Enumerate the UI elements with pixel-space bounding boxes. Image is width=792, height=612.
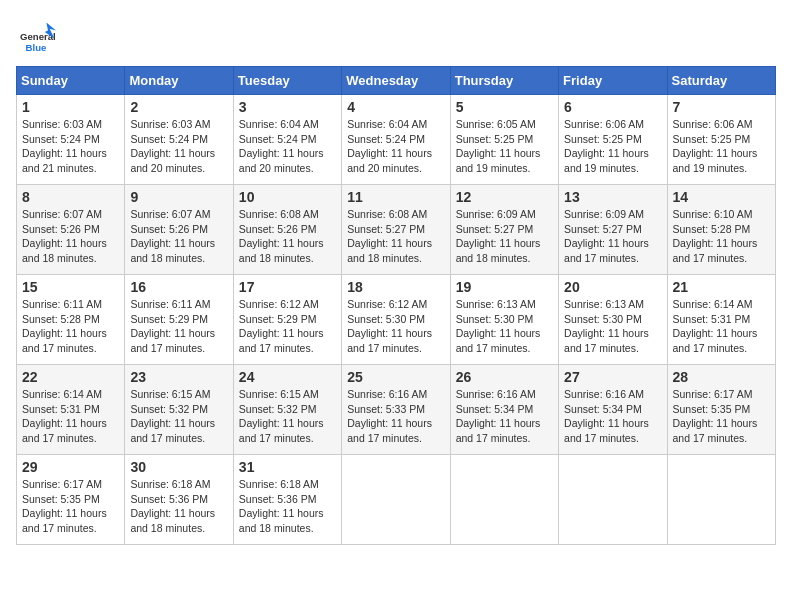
calendar-cell: 28 Sunrise: 6:17 AM Sunset: 5:35 PM Dayl… [667,365,775,455]
day-number: 14 [673,189,770,205]
calendar-cell: 24 Sunrise: 6:15 AM Sunset: 5:32 PM Dayl… [233,365,341,455]
day-number: 19 [456,279,553,295]
calendar-cell: 3 Sunrise: 6:04 AM Sunset: 5:24 PM Dayli… [233,95,341,185]
calendar-cell: 6 Sunrise: 6:06 AM Sunset: 5:25 PM Dayli… [559,95,667,185]
day-number: 15 [22,279,119,295]
day-number: 3 [239,99,336,115]
day-number: 6 [564,99,661,115]
day-info: Sunrise: 6:08 AM Sunset: 5:27 PM Dayligh… [347,207,444,266]
day-info: Sunrise: 6:18 AM Sunset: 5:36 PM Dayligh… [239,477,336,536]
calendar-cell: 22 Sunrise: 6:14 AM Sunset: 5:31 PM Dayl… [17,365,125,455]
day-info: Sunrise: 6:09 AM Sunset: 5:27 PM Dayligh… [456,207,553,266]
day-of-week-header: Saturday [667,67,775,95]
day-info: Sunrise: 6:17 AM Sunset: 5:35 PM Dayligh… [673,387,770,446]
calendar-cell: 5 Sunrise: 6:05 AM Sunset: 5:25 PM Dayli… [450,95,558,185]
day-number: 9 [130,189,227,205]
day-number: 25 [347,369,444,385]
calendar-cell: 15 Sunrise: 6:11 AM Sunset: 5:28 PM Dayl… [17,275,125,365]
calendar-cell: 30 Sunrise: 6:18 AM Sunset: 5:36 PM Dayl… [125,455,233,545]
day-number: 7 [673,99,770,115]
calendar-cell: 1 Sunrise: 6:03 AM Sunset: 5:24 PM Dayli… [17,95,125,185]
day-info: Sunrise: 6:15 AM Sunset: 5:32 PM Dayligh… [239,387,336,446]
day-info: Sunrise: 6:12 AM Sunset: 5:30 PM Dayligh… [347,297,444,356]
calendar-cell: 17 Sunrise: 6:12 AM Sunset: 5:29 PM Dayl… [233,275,341,365]
day-number: 26 [456,369,553,385]
day-info: Sunrise: 6:16 AM Sunset: 5:34 PM Dayligh… [456,387,553,446]
day-of-week-header: Thursday [450,67,558,95]
day-of-week-header: Sunday [17,67,125,95]
calendar-cell: 14 Sunrise: 6:10 AM Sunset: 5:28 PM Dayl… [667,185,775,275]
calendar-cell: 7 Sunrise: 6:06 AM Sunset: 5:25 PM Dayli… [667,95,775,185]
day-info: Sunrise: 6:14 AM Sunset: 5:31 PM Dayligh… [22,387,119,446]
day-number: 29 [22,459,119,475]
calendar-cell: 4 Sunrise: 6:04 AM Sunset: 5:24 PM Dayli… [342,95,450,185]
day-of-week-header: Monday [125,67,233,95]
day-number: 24 [239,369,336,385]
calendar-cell: 20 Sunrise: 6:13 AM Sunset: 5:30 PM Dayl… [559,275,667,365]
calendar-cell: 16 Sunrise: 6:11 AM Sunset: 5:29 PM Dayl… [125,275,233,365]
day-info: Sunrise: 6:10 AM Sunset: 5:28 PM Dayligh… [673,207,770,266]
day-number: 27 [564,369,661,385]
calendar-cell: 19 Sunrise: 6:13 AM Sunset: 5:30 PM Dayl… [450,275,558,365]
svg-text:Blue: Blue [26,42,47,53]
day-number: 17 [239,279,336,295]
calendar-cell: 18 Sunrise: 6:12 AM Sunset: 5:30 PM Dayl… [342,275,450,365]
day-number: 12 [456,189,553,205]
day-info: Sunrise: 6:06 AM Sunset: 5:25 PM Dayligh… [673,117,770,176]
day-info: Sunrise: 6:13 AM Sunset: 5:30 PM Dayligh… [564,297,661,356]
day-info: Sunrise: 6:15 AM Sunset: 5:32 PM Dayligh… [130,387,227,446]
day-info: Sunrise: 6:08 AM Sunset: 5:26 PM Dayligh… [239,207,336,266]
day-info: Sunrise: 6:03 AM Sunset: 5:24 PM Dayligh… [130,117,227,176]
day-info: Sunrise: 6:11 AM Sunset: 5:29 PM Dayligh… [130,297,227,356]
calendar-cell: 12 Sunrise: 6:09 AM Sunset: 5:27 PM Dayl… [450,185,558,275]
day-info: Sunrise: 6:05 AM Sunset: 5:25 PM Dayligh… [456,117,553,176]
day-number: 20 [564,279,661,295]
calendar-cell: 25 Sunrise: 6:16 AM Sunset: 5:33 PM Dayl… [342,365,450,455]
day-number: 8 [22,189,119,205]
day-number: 5 [456,99,553,115]
day-info: Sunrise: 6:09 AM Sunset: 5:27 PM Dayligh… [564,207,661,266]
day-info: Sunrise: 6:12 AM Sunset: 5:29 PM Dayligh… [239,297,336,356]
day-number: 13 [564,189,661,205]
calendar-table: SundayMondayTuesdayWednesdayThursdayFrid… [16,66,776,545]
day-info: Sunrise: 6:14 AM Sunset: 5:31 PM Dayligh… [673,297,770,356]
calendar-cell: 11 Sunrise: 6:08 AM Sunset: 5:27 PM Dayl… [342,185,450,275]
day-info: Sunrise: 6:07 AM Sunset: 5:26 PM Dayligh… [22,207,119,266]
calendar-cell [450,455,558,545]
calendar-cell: 21 Sunrise: 6:14 AM Sunset: 5:31 PM Dayl… [667,275,775,365]
day-info: Sunrise: 6:17 AM Sunset: 5:35 PM Dayligh… [22,477,119,536]
day-number: 21 [673,279,770,295]
calendar-cell: 27 Sunrise: 6:16 AM Sunset: 5:34 PM Dayl… [559,365,667,455]
day-info: Sunrise: 6:06 AM Sunset: 5:25 PM Dayligh… [564,117,661,176]
day-number: 2 [130,99,227,115]
day-number: 28 [673,369,770,385]
calendar-cell: 8 Sunrise: 6:07 AM Sunset: 5:26 PM Dayli… [17,185,125,275]
logo-icon: General Blue [16,16,56,56]
day-info: Sunrise: 6:13 AM Sunset: 5:30 PM Dayligh… [456,297,553,356]
day-info: Sunrise: 6:07 AM Sunset: 5:26 PM Dayligh… [130,207,227,266]
day-number: 18 [347,279,444,295]
day-info: Sunrise: 6:18 AM Sunset: 5:36 PM Dayligh… [130,477,227,536]
day-number: 10 [239,189,336,205]
day-info: Sunrise: 6:11 AM Sunset: 5:28 PM Dayligh… [22,297,119,356]
day-number: 16 [130,279,227,295]
day-number: 4 [347,99,444,115]
day-number: 1 [22,99,119,115]
calendar-cell: 31 Sunrise: 6:18 AM Sunset: 5:36 PM Dayl… [233,455,341,545]
day-number: 31 [239,459,336,475]
day-info: Sunrise: 6:04 AM Sunset: 5:24 PM Dayligh… [239,117,336,176]
calendar-cell: 26 Sunrise: 6:16 AM Sunset: 5:34 PM Dayl… [450,365,558,455]
calendar-cell: 2 Sunrise: 6:03 AM Sunset: 5:24 PM Dayli… [125,95,233,185]
calendar-cell: 13 Sunrise: 6:09 AM Sunset: 5:27 PM Dayl… [559,185,667,275]
calendar-cell: 29 Sunrise: 6:17 AM Sunset: 5:35 PM Dayl… [17,455,125,545]
day-of-week-header: Tuesday [233,67,341,95]
day-info: Sunrise: 6:04 AM Sunset: 5:24 PM Dayligh… [347,117,444,176]
day-number: 22 [22,369,119,385]
calendar-cell [559,455,667,545]
day-number: 11 [347,189,444,205]
logo: General Blue [16,16,56,56]
day-info: Sunrise: 6:03 AM Sunset: 5:24 PM Dayligh… [22,117,119,176]
day-number: 23 [130,369,227,385]
calendar-cell: 9 Sunrise: 6:07 AM Sunset: 5:26 PM Dayli… [125,185,233,275]
calendar-cell [342,455,450,545]
